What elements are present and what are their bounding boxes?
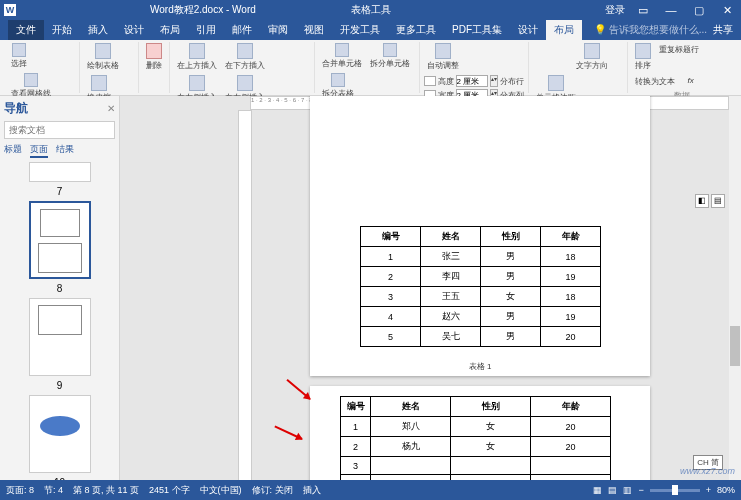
- document-title: Word教程2.docx - Word: [150, 3, 256, 17]
- tab-review[interactable]: 审阅: [260, 20, 296, 40]
- thumb-page-number: 7: [57, 186, 63, 197]
- ribbon-group-data: 排序 重复标题行 转换为文本 fx 数据: [628, 42, 737, 93]
- page-thumbnail[interactable]: [29, 298, 91, 376]
- status-language[interactable]: 中文(中国): [200, 484, 242, 497]
- nav-tab-pages[interactable]: 页面: [30, 143, 48, 158]
- table-row: 2李四男19: [361, 267, 601, 287]
- table-caption: 表格 1: [310, 361, 650, 372]
- document-canvas[interactable]: ◧ ▤ 1 · 2 · 3 · 4 · 5 · 6 · 7 · 8 · 9 · …: [120, 96, 741, 500]
- view-print-icon[interactable]: ▤: [608, 485, 617, 495]
- text-direction-button[interactable]: 文字方向: [573, 42, 611, 72]
- tab-pdf-tools[interactable]: PDF工具集: [444, 20, 510, 40]
- content-table-1[interactable]: 编号姓名性别年龄 1张三男18 2李四男19 3王五女18 4赵六男19 5吴七…: [360, 226, 601, 347]
- merge-cells-button[interactable]: 合并单元格: [319, 42, 365, 70]
- annotation-arrow-icon: [286, 379, 310, 400]
- document-page: 编号姓名性别年龄 1张三男18 2李四男19 3王五女18 4赵六男19 5吴七…: [310, 96, 650, 376]
- ribbon-group-alignment: 文字方向 单元格边距 对齐方式: [529, 42, 628, 93]
- table-row: 3: [341, 457, 611, 475]
- thumb-page-number: 9: [57, 380, 63, 391]
- nav-tab-results[interactable]: 结果: [56, 143, 74, 158]
- repeat-header-button[interactable]: 重复标题行: [656, 42, 702, 56]
- sort-button[interactable]: 排序: [632, 42, 654, 72]
- table-row: 1张三男18: [361, 247, 601, 267]
- ribbon: 选择 查看网格线 属性 表 绘制表格 橡皮擦 绘图 删除 在上方插入 在下方插入…: [0, 40, 741, 96]
- autofit-button[interactable]: 自动调整: [424, 42, 462, 72]
- minimize-button[interactable]: —: [661, 4, 681, 16]
- nav-search-input[interactable]: [4, 121, 115, 139]
- row-height-spinner[interactable]: 高度▴▾分布行: [424, 75, 524, 87]
- zoom-out-button[interactable]: −: [638, 485, 643, 495]
- tab-table-design[interactable]: 设计: [510, 20, 546, 40]
- ribbon-group-cell-size: 自动调整 高度▴▾分布行 宽度▴▾分布列 单元格大小: [420, 42, 529, 93]
- tab-home[interactable]: 开始: [44, 20, 80, 40]
- page-thumbnail[interactable]: [29, 162, 91, 182]
- select-button[interactable]: 选择: [8, 42, 30, 70]
- tab-table-layout[interactable]: 布局: [546, 20, 582, 40]
- close-button[interactable]: ✕: [717, 4, 737, 17]
- status-insert-mode[interactable]: 插入: [303, 484, 321, 497]
- tab-references[interactable]: 引用: [188, 20, 224, 40]
- status-bar: 页面: 8 节: 4 第 8 页, 共 11 页 2451 个字 中文(中国) …: [0, 480, 741, 500]
- login-link[interactable]: 登录: [605, 3, 625, 17]
- ribbon-group-delete: 删除: [139, 42, 170, 93]
- tab-view[interactable]: 视图: [296, 20, 332, 40]
- zoom-slider[interactable]: [650, 489, 700, 492]
- table-row: 4赵六男19: [361, 307, 601, 327]
- status-page[interactable]: 页面: 8: [6, 484, 34, 497]
- ribbon-group-draw: 绘制表格 橡皮擦 绘图: [80, 42, 139, 93]
- tab-layout[interactable]: 布局: [152, 20, 188, 40]
- split-cells-button[interactable]: 拆分单元格: [367, 42, 413, 70]
- table-row: 2杨九女20: [341, 437, 611, 457]
- tab-design[interactable]: 设计: [116, 20, 152, 40]
- table-row: 3王五女18: [361, 287, 601, 307]
- nav-tab-headings[interactable]: 标题: [4, 143, 22, 158]
- vertical-ruler[interactable]: [238, 110, 252, 500]
- table-row: 1郑八女20: [341, 417, 611, 437]
- insert-below-button[interactable]: 在下方插入: [222, 42, 268, 72]
- maximize-button[interactable]: ▢: [689, 4, 709, 17]
- tab-mailings[interactable]: 邮件: [224, 20, 260, 40]
- ribbon-display-icon[interactable]: ▭: [633, 4, 653, 17]
- split-view-icon[interactable]: ▤: [711, 194, 725, 208]
- table-row: 5吴七男20: [361, 327, 601, 347]
- ribbon-group-rows-cols: 在上方插入 在下方插入 在左侧插入 在右侧插入 行和列: [170, 42, 315, 93]
- tab-more-tools[interactable]: 更多工具: [388, 20, 444, 40]
- nav-close-icon[interactable]: ✕: [107, 103, 115, 114]
- convert-text-button[interactable]: 转换为文本: [632, 74, 678, 88]
- page-thumbnail[interactable]: [29, 201, 91, 279]
- ribbon-group-table: 选择 查看网格线 属性 表: [4, 42, 80, 93]
- tab-developer[interactable]: 开发工具: [332, 20, 388, 40]
- page-thumbnail[interactable]: [29, 395, 91, 473]
- tell-me-search[interactable]: 💡 告诉我您想要做什么...: [594, 23, 707, 37]
- thumb-page-number: 8: [57, 283, 63, 294]
- insert-above-button[interactable]: 在上方插入: [174, 42, 220, 72]
- watermark-text: www.xz7.com: [680, 466, 735, 476]
- ruler-toggle-icon[interactable]: ◧: [695, 194, 709, 208]
- delete-button[interactable]: 删除: [143, 42, 165, 72]
- view-web-icon[interactable]: ▥: [623, 485, 632, 495]
- status-track-changes[interactable]: 修订: 关闭: [252, 484, 293, 497]
- contextual-tab-label: 表格工具: [351, 3, 391, 17]
- status-word-count[interactable]: 2451 个字: [149, 484, 190, 497]
- tab-file[interactable]: 文件: [8, 20, 44, 40]
- navigation-pane: 导航 ✕ 标题 页面 结果 7 8 9 10: [0, 96, 120, 500]
- title-bar: W Word教程2.docx - Word 表格工具 登录 ▭ — ▢ ✕: [0, 0, 741, 20]
- menu-bar: 文件 开始 插入 设计 布局 引用 邮件 审阅 视图 开发工具 更多工具 PDF…: [0, 20, 741, 40]
- ribbon-group-merge: 合并单元格 拆分单元格 拆分表格 合并: [315, 42, 420, 93]
- annotation-arrow-icon: [274, 425, 302, 439]
- draw-table-button[interactable]: 绘制表格: [84, 42, 122, 72]
- tab-insert[interactable]: 插入: [80, 20, 116, 40]
- word-app-icon: W: [4, 4, 16, 16]
- zoom-in-button[interactable]: +: [706, 485, 711, 495]
- vertical-scrollbar[interactable]: [729, 96, 741, 500]
- nav-title: 导航: [4, 100, 28, 117]
- status-section[interactable]: 节: 4: [44, 484, 63, 497]
- status-page-of[interactable]: 第 8 页, 共 11 页: [73, 484, 139, 497]
- share-button[interactable]: 共享: [713, 23, 733, 37]
- view-read-icon[interactable]: ▦: [593, 485, 602, 495]
- formula-button[interactable]: fx: [680, 74, 702, 86]
- zoom-level[interactable]: 80%: [717, 485, 735, 495]
